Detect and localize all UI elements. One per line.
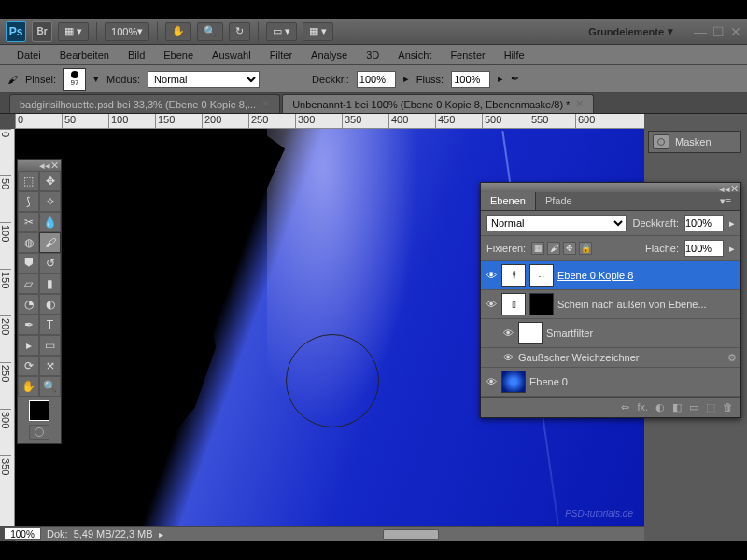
eyedropper-tool[interactable]: 💧 <box>39 212 61 232</box>
workspace-switcher[interactable]: Grundelemente ▾ <box>581 25 681 37</box>
adjustment-layer-icon[interactable]: ◧ <box>672 401 682 413</box>
blend-mode-select[interactable]: Normal <box>148 71 260 88</box>
pen-tool[interactable]: ✒ <box>18 315 39 335</box>
brush-tool[interactable]: 🖌 <box>39 232 61 253</box>
panel-collapse-icon[interactable]: ◂◂ <box>719 183 730 192</box>
fill-opacity-input[interactable] <box>684 240 724 257</box>
filter-settings-icon[interactable]: ⚙ <box>727 352 737 364</box>
zoom-tool[interactable]: 🔍 <box>39 376 61 397</box>
tab-pfade[interactable]: Pfade <box>536 192 582 210</box>
menu-analyse[interactable]: Analyse <box>302 47 357 63</box>
panel-close-icon[interactable]: ✕ <box>730 183 739 192</box>
arrange-docs-icon[interactable]: ▦ ▾ <box>303 22 333 41</box>
blur-tool[interactable]: ◔ <box>18 294 39 315</box>
panel-close-icon[interactable]: ✕ <box>50 160 59 171</box>
zoom-dropdown[interactable]: 100% ▾ <box>105 22 149 41</box>
maximize-icon[interactable]: ☐ <box>712 24 725 39</box>
visibility-eye-icon[interactable]: 👁 <box>485 375 498 388</box>
layer-blend-select[interactable]: Normal <box>486 215 627 231</box>
layer-row[interactable]: 👁 ▯ Schein nach außen von Ebene... <box>481 290 740 319</box>
options-bar: 🖌 Pinsel: 97 ▾ Modus: Normal Deckkr.: ▸ … <box>0 65 747 93</box>
mask-mode-icon[interactable] <box>653 134 669 149</box>
path-select-tool[interactable]: ▸ <box>18 335 39 356</box>
add-mask-icon[interactable]: ◐ <box>655 401 665 413</box>
visibility-eye-icon[interactable]: 👁 <box>501 327 514 340</box>
lock-position-icon[interactable]: ✥ <box>563 242 576 255</box>
brush-picker[interactable]: 97 <box>63 68 86 91</box>
rotate-view-icon[interactable]: ↻ <box>229 22 250 41</box>
menu-hilfe[interactable]: Hilfe <box>495 47 534 63</box>
layer-row[interactable]: 👁 Ebene 0 <box>481 368 740 397</box>
mask-thumb[interactable] <box>529 293 554 315</box>
delete-layer-icon[interactable]: 🗑 <box>723 401 733 413</box>
menu-ebene[interactable]: Ebene <box>154 47 203 63</box>
layer-thumb[interactable] <box>501 371 526 393</box>
panel-collapse-icon[interactable]: ◂◂ <box>39 160 50 171</box>
menu-datei[interactable]: Datei <box>7 47 50 63</box>
menu-ansicht[interactable]: Ansicht <box>388 47 441 63</box>
gradient-tool[interactable]: ▮ <box>39 273 61 294</box>
close-icon[interactable]: ✕ <box>730 24 741 39</box>
new-layer-icon[interactable]: ⬚ <box>706 401 715 413</box>
3d-tool[interactable]: ⟳ <box>18 356 39 376</box>
opacity-input[interactable] <box>357 71 396 88</box>
foreground-color-swatch[interactable] <box>29 400 49 421</box>
menu-fenster[interactable]: Fenster <box>441 47 494 63</box>
hand-tool[interactable]: ✋ <box>18 376 39 397</box>
lock-all-icon[interactable]: 🔒 <box>579 242 592 255</box>
move-tool[interactable]: ⬚ <box>18 171 39 191</box>
lock-transparency-icon[interactable]: ▦ <box>531 242 544 255</box>
crop-tool[interactable]: ✂ <box>18 212 39 232</box>
smartfilter-thumb[interactable] <box>518 322 543 344</box>
modus-label: Modus: <box>106 74 140 85</box>
layer-opacity-input[interactable] <box>684 215 724 231</box>
layer-thumb[interactable]: 🕴 <box>501 264 526 287</box>
hand-tool-icon[interactable]: ✋ <box>165 22 191 41</box>
menu-bearbeiten[interactable]: Bearbeiten <box>50 47 119 63</box>
layer-name[interactable]: Ebene 0 Kopie 8 <box>557 270 737 281</box>
visibility-eye-icon[interactable]: 👁 <box>485 298 498 311</box>
quick-mask-toggle[interactable] <box>29 425 49 440</box>
magic-wand-tool[interactable]: ✧ <box>39 191 61 212</box>
3d-camera-tool[interactable]: ⤧ <box>39 356 61 376</box>
lock-pixels-icon[interactable]: 🖌 <box>547 242 560 255</box>
lasso-tool[interactable]: ⟆ <box>18 191 39 212</box>
airbrush-icon[interactable]: ✒ <box>511 73 519 85</box>
menu-3d[interactable]: 3D <box>357 47 388 63</box>
screen-mode-icon[interactable]: ▭ ▾ <box>266 22 297 41</box>
panel-menu-icon[interactable]: ▾≡ <box>711 192 740 210</box>
layer-fx-icon[interactable]: fx. <box>637 401 648 413</box>
menu-bild[interactable]: Bild <box>119 47 154 63</box>
clone-stamp-tool[interactable]: ⛊ <box>18 253 39 273</box>
layer-row[interactable]: 👁 Gaußscher Weichzeichner ⚙ <box>481 348 740 368</box>
bridge-logo-icon[interactable]: Br <box>32 21 52 42</box>
tab-ebenen[interactable]: Ebenen <box>481 192 536 210</box>
link-layers-icon[interactable]: ⇔ <box>621 401 629 413</box>
zoom-tool-icon[interactable]: 🔍 <box>197 22 223 41</box>
document-tab[interactable]: badgirlsilhouette.psd bei 33,3% (Ebene 0… <box>9 94 280 113</box>
shape-tool[interactable]: ▭ <box>39 335 61 356</box>
new-group-icon[interactable]: ▭ <box>689 401 698 413</box>
tab-close-icon[interactable]: ✕ <box>261 98 270 110</box>
layer-row[interactable]: 👁 🕴 ∴ Ebene 0 Kopie 8 <box>481 261 740 290</box>
marquee-tool[interactable]: ✥ <box>39 171 61 191</box>
layout-dropdown[interactable]: ▦ ▾ <box>58 22 89 41</box>
mask-thumb[interactable]: ∴ <box>529 264 554 287</box>
layer-thumb[interactable]: ▯ <box>501 293 526 315</box>
layer-row[interactable]: 👁 Smartfilter <box>481 319 740 348</box>
menu-filter[interactable]: Filter <box>261 47 302 63</box>
menu-auswahl[interactable]: Auswahl <box>203 47 261 63</box>
minimize-icon[interactable]: — <box>694 24 707 39</box>
document-tabbar: badgirlsilhouette.psd bei 33,3% (Ebene 0… <box>0 93 747 114</box>
visibility-eye-icon[interactable]: 👁 <box>501 351 514 364</box>
dodge-tool[interactable]: ◐ <box>39 294 61 315</box>
visibility-eye-icon[interactable]: 👁 <box>485 269 498 282</box>
healing-brush-tool[interactable]: ◍ <box>18 232 39 253</box>
flow-input[interactable] <box>451 71 490 88</box>
document-tab-active[interactable]: Unbenannt-1 bei 100% (Ebene 0 Kopie 8, E… <box>282 94 594 113</box>
type-tool[interactable]: T <box>39 315 61 335</box>
history-brush-tool[interactable]: ↺ <box>39 253 61 273</box>
tab-close-icon[interactable]: ✕ <box>575 98 584 110</box>
zoom-input[interactable] <box>4 527 41 540</box>
eraser-tool[interactable]: ▱ <box>18 273 39 294</box>
